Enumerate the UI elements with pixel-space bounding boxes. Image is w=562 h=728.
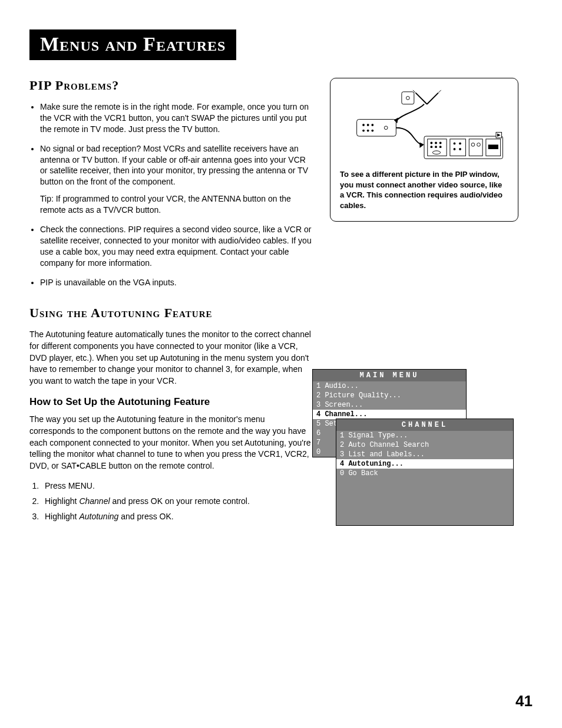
menu-screenshot: MAIN MENU 1 Audio...2 Picture Quality...…: [312, 369, 524, 457]
channel-menu-row: 1 Signal Type...: [336, 431, 513, 440]
svg-line-3: [416, 93, 427, 104]
svg-point-23: [439, 146, 442, 148]
svg-point-10: [371, 124, 373, 126]
step-text: Highlight: [45, 496, 79, 506]
svg-point-28: [454, 148, 456, 150]
main-menu-title: MAIN MENU: [313, 370, 466, 381]
section-autotune-title: Using the Autotuning Feature: [29, 305, 312, 321]
svg-rect-34: [488, 144, 498, 149]
svg-point-14: [384, 126, 388, 130]
svg-point-27: [459, 143, 461, 145]
step-item: Highlight Channel and press OK on your r…: [41, 496, 312, 506]
channel-menu-row: 2 Auto Channel Search: [336, 440, 513, 450]
pip-bullet: No signal or bad reception? Most VCRs an…: [40, 143, 312, 216]
channel-menu-box: CHANNEL 1 Signal Type...2 Auto Channel S…: [336, 419, 514, 526]
svg-point-19: [435, 142, 437, 144]
pip-bullet: Check the connections. PIP requires a se…: [40, 224, 312, 269]
pip-bullet: Make sure the remote is in the right mod…: [40, 101, 312, 135]
svg-point-24: [432, 151, 440, 154]
step-text: and press OK on your remote control.: [110, 496, 250, 506]
svg-rect-0: [402, 92, 414, 104]
page-number: 41: [515, 692, 533, 710]
channel-menu-row: 3 List and Labels...: [336, 450, 513, 459]
svg-rect-30: [469, 139, 482, 156]
svg-point-21: [430, 146, 432, 148]
autotune-sub-title: How to Set Up the Autotuning Feature: [29, 396, 312, 408]
pip-tip: Tip: If programmed to control your VCR, …: [40, 193, 312, 216]
svg-marker-15: [419, 143, 424, 149]
section-pip-title: PIP Problems?: [29, 78, 312, 93]
svg-line-2: [427, 93, 438, 104]
svg-line-5: [413, 90, 416, 93]
pip-bullet-text: No signal or bad reception? Most VCRs an…: [40, 144, 308, 187]
svg-point-26: [454, 143, 456, 145]
sidebox-caption: To see a different picture in the PIP wi…: [340, 169, 508, 210]
pip-sidebar-box: To see a different picture in the PIP wi…: [330, 78, 518, 222]
pip-bullet-list: Make sure the remote is in the right mod…: [29, 101, 312, 288]
main-menu-row: 2 Picture Quality...: [313, 391, 466, 400]
autotune-steps: Press MENU. Highlight Channel and press …: [29, 481, 312, 521]
svg-point-11: [362, 130, 365, 132]
svg-point-20: [439, 142, 442, 144]
svg-point-32: [477, 143, 481, 147]
svg-rect-17: [428, 139, 447, 156]
main-menu-row: 4 Channel...: [313, 410, 466, 419]
autotune-sub-para: The way you set up the Autotuning featur…: [29, 414, 312, 472]
step-text: and press OK.: [118, 512, 173, 521]
svg-point-31: [471, 143, 475, 147]
svg-point-13: [371, 130, 373, 132]
main-menu-row: 3 Screen...: [313, 400, 466, 410]
svg-rect-25: [450, 139, 466, 156]
step-emphasis: Channel: [79, 496, 110, 506]
svg-point-8: [362, 124, 365, 126]
svg-point-22: [435, 146, 437, 148]
channel-menu-row: 0 Go Back: [336, 469, 513, 478]
step-emphasis: Autotuning: [79, 512, 118, 521]
svg-point-9: [367, 124, 369, 126]
step-text: Highlight: [45, 512, 79, 521]
step-item: Press MENU.: [41, 481, 312, 490]
channel-menu-title: CHANNEL: [336, 419, 513, 431]
svg-point-1: [406, 96, 409, 100]
main-menu-row: 1 Audio...: [313, 381, 466, 391]
autotune-intro: The Autotuning feature automatically tun…: [29, 329, 312, 387]
chapter-title: Menus and Features: [29, 29, 236, 60]
right-column: To see a different picture in the PIP wi…: [330, 78, 518, 527]
left-column: PIP Problems? Make sure the remote is in…: [29, 78, 312, 527]
channel-menu-row: 4 Autotuning...: [336, 459, 513, 469]
svg-line-4: [438, 90, 441, 93]
svg-rect-7: [357, 119, 396, 136]
connection-diagram: [340, 87, 508, 163]
step-item: Highlight Autotuning and press OK.: [41, 512, 312, 521]
svg-point-18: [430, 142, 432, 144]
svg-point-12: [367, 130, 369, 132]
pip-bullet: PIP is unavailable on the VGA inputs.: [40, 277, 312, 288]
svg-point-29: [459, 148, 461, 150]
